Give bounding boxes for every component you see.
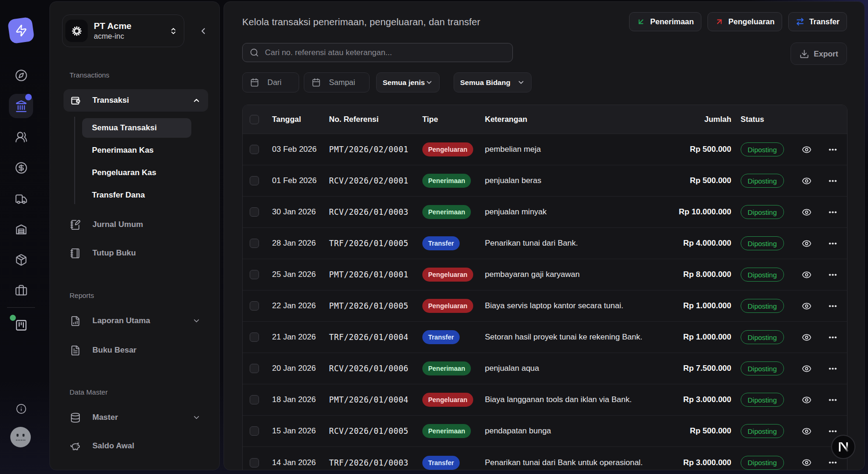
row-checkbox[interactable] [250,270,259,279]
table-row: 18 Jan 2026 PMT/2026/01/0004 Pengeluaran… [243,384,847,416]
package-icon [15,254,28,266]
ellipsis-icon [828,333,838,342]
rail-item-users[interactable] [0,131,42,143]
row-menu-button[interactable] [818,364,847,374]
view-row-button[interactable] [795,364,818,374]
rail-item-info[interactable] [0,403,42,414]
view-row-button[interactable] [795,395,818,405]
view-row-button[interactable] [795,239,818,248]
tipe-badge: Pengeluaran [422,393,473,407]
row-menu-button[interactable] [818,458,847,467]
column-header-jumlah: Jumlah [671,115,731,124]
ellipsis-icon [828,270,838,280]
sidebar-subitem-semua-transaksi[interactable]: Semua Transaksi [82,118,191,138]
pengeluaran-button[interactable]: Pengeluaran [707,12,782,31]
tipe-badge: Penerimaan [422,174,471,188]
view-row-button[interactable] [795,301,818,311]
row-menu-button[interactable] [818,239,847,248]
eye-icon [802,145,812,155]
rail-item-kanban[interactable] [0,319,42,332]
type-filter-select[interactable]: Semua jenis [376,72,440,92]
tipe-badge: Pengeluaran [422,268,473,282]
sidebar-item-jurnal-umum[interactable]: Jurnal Umum [63,213,208,236]
sidebar-item-laporan-utama[interactable]: Laporan Utama [63,310,208,332]
nextjs-dev-badge[interactable] [831,435,855,459]
sidebar-subitem-penerimaan-kas[interactable]: Penerimaan Kas [82,141,191,160]
rail-item-truck[interactable] [0,193,42,205]
select-all-checkbox[interactable] [250,115,259,124]
table-row: 30 Jan 2026 RCV/2026/01/0003 Penerimaan … [243,197,847,228]
date-to-button[interactable]: Sampai [304,72,370,92]
sidebar-item-buku-besar[interactable]: Buku Besar [63,339,208,361]
sidebar-item-saldo-awal[interactable]: Saldo Awal [63,435,208,457]
view-row-button[interactable] [795,270,818,280]
rail-item-compass[interactable] [0,69,42,82]
cell-referensi: TRF/2026/01/0005 [329,239,422,248]
row-menu-button[interactable] [818,395,847,405]
row-checkbox[interactable] [250,207,259,217]
ellipsis-icon [828,145,838,155]
column-header-referensi: No. Referensi [329,115,422,124]
notebook-pen-icon [70,219,81,230]
row-menu-button[interactable] [818,207,847,217]
eye-icon [802,176,812,186]
row-checkbox[interactable] [250,395,259,404]
calendar-icon [250,78,259,87]
row-menu-button[interactable] [818,145,847,155]
view-row-button[interactable] [795,458,818,467]
sidebar-item-label: Buku Besar [92,346,136,355]
cell-tanggal: 22 Jan 2026 [265,301,329,311]
field-filter-value: Semua Bidang [460,78,511,87]
row-checkbox[interactable] [250,333,259,342]
export-button[interactable]: Export [791,42,847,65]
row-checkbox[interactable] [250,458,259,467]
sidebar-item-label: Transaksi [92,96,129,105]
transfer-button[interactable]: Transfer [788,12,847,31]
database-icon [70,412,81,423]
column-header-tanggal: Tanggal [265,115,329,124]
row-checkbox[interactable] [250,239,259,248]
row-menu-button[interactable] [818,176,847,186]
tipe-badge: Penerimaan [422,424,471,438]
row-checkbox[interactable] [250,145,259,154]
sidebar-subitem-transfer-dana[interactable]: Transfer Dana [82,185,191,205]
row-menu-button[interactable] [818,301,847,311]
column-header-keterangan: Keterangan [485,115,671,124]
rail-item-warehouse[interactable] [0,223,42,235]
cell-tanggal: 20 Jan 2026 [265,364,329,373]
cell-jumlah: Rp 3.000.000 [671,395,731,404]
view-row-button[interactable] [795,176,818,186]
sidebar-item-master[interactable]: Master [63,406,208,429]
workspace-selector[interactable]: PT Acme acme-inc [62,14,184,47]
tipe-badge: Pengeluaran [422,299,473,313]
rail-item-dollar[interactable] [0,162,42,174]
sidebar-item-tutup-buku[interactable]: Tutup Buku [63,242,208,264]
icon-rail [0,0,49,474]
app-logo[interactable] [7,17,35,44]
rail-item-package[interactable] [0,254,42,266]
sidebar-subitem-pengeluaran-kas[interactable]: Pengeluaran Kas [82,163,191,183]
sidebar-collapse-button[interactable] [198,26,208,36]
view-row-button[interactable] [795,145,818,155]
rail-item-briefcase[interactable] [0,284,42,297]
row-checkbox[interactable] [250,176,259,185]
field-filter-select[interactable]: Semua Bidang [454,72,532,92]
row-checkbox[interactable] [250,364,259,373]
row-menu-button[interactable] [818,333,847,342]
view-row-button[interactable] [795,426,818,436]
row-menu-button[interactable] [818,270,847,280]
row-checkbox[interactable] [250,301,259,311]
search-input[interactable] [265,48,505,57]
ellipsis-icon [828,239,838,248]
user-avatar[interactable] [10,427,31,447]
chevrons-up-down-icon [169,27,177,35]
date-from-button[interactable]: Dari [242,72,299,92]
table-row: 28 Jan 2026 TRF/2026/01/0005 Transfer Pe… [243,228,847,259]
row-checkbox[interactable] [250,426,259,436]
view-row-button[interactable] [795,207,818,217]
chevron-down-icon [192,413,201,422]
penerimaan-button[interactable]: Penerimaan [629,12,701,31]
sidebar-item-transaksi[interactable]: Transaksi [63,89,208,112]
sidebar-item-label: Laporan Utama [92,316,150,325]
view-row-button[interactable] [795,333,818,342]
